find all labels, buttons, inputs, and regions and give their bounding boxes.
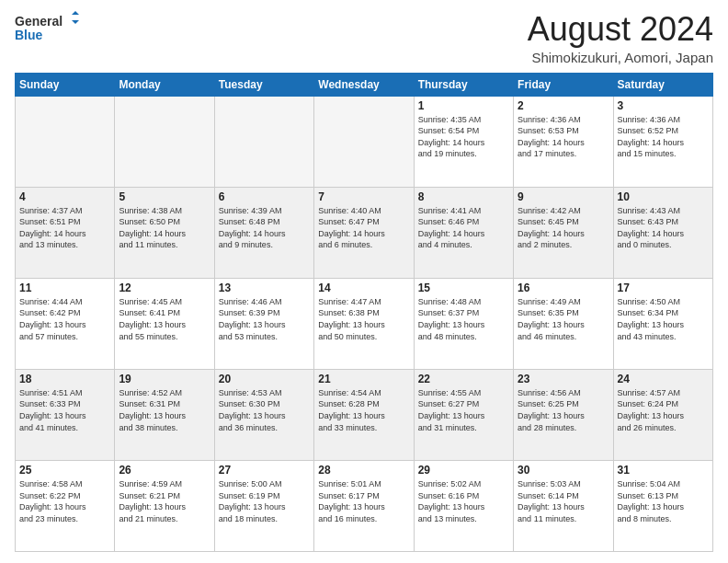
day-info: Sunrise: 4:37 AM Sunset: 6:51 PM Dayligh… bbox=[19, 205, 110, 251]
col-sunday: Sunday bbox=[16, 73, 115, 96]
day-info: Sunrise: 4:53 AM Sunset: 6:30 PM Dayligh… bbox=[219, 387, 310, 433]
day-number: 7 bbox=[318, 190, 409, 203]
table-row: 10Sunrise: 4:43 AM Sunset: 6:43 PM Dayli… bbox=[613, 187, 712, 278]
table-row: 12Sunrise: 4:45 AM Sunset: 6:41 PM Dayli… bbox=[115, 278, 214, 369]
day-number: 16 bbox=[518, 282, 609, 294]
calendar-header-row: Sunday Monday Tuesday Wednesday Thursday… bbox=[16, 73, 713, 96]
table-row: 27Sunrise: 5:00 AM Sunset: 6:19 PM Dayli… bbox=[214, 460, 313, 551]
table-row: 17Sunrise: 4:50 AM Sunset: 6:34 PM Dayli… bbox=[613, 278, 712, 369]
day-number: 28 bbox=[318, 464, 409, 477]
col-thursday: Thursday bbox=[414, 73, 513, 96]
table-row: 8Sunrise: 4:41 AM Sunset: 6:46 PM Daylig… bbox=[414, 187, 513, 278]
table-row: 11Sunrise: 4:44 AM Sunset: 6:42 PM Dayli… bbox=[16, 278, 115, 369]
day-info: Sunrise: 4:43 AM Sunset: 6:43 PM Dayligh… bbox=[618, 205, 709, 251]
day-info: Sunrise: 5:03 AM Sunset: 6:14 PM Dayligh… bbox=[518, 478, 609, 524]
table-row: 1Sunrise: 4:35 AM Sunset: 6:54 PM Daylig… bbox=[414, 96, 513, 187]
table-row: 16Sunrise: 4:49 AM Sunset: 6:35 PM Dayli… bbox=[514, 278, 613, 369]
svg-text:General: General bbox=[15, 14, 63, 29]
table-row: 6Sunrise: 4:39 AM Sunset: 6:48 PM Daylig… bbox=[214, 187, 313, 278]
table-row: 31Sunrise: 5:04 AM Sunset: 6:13 PM Dayli… bbox=[613, 460, 712, 551]
day-info: Sunrise: 4:50 AM Sunset: 6:34 PM Dayligh… bbox=[618, 296, 709, 342]
day-number: 13 bbox=[219, 282, 310, 294]
day-number: 22 bbox=[418, 373, 509, 385]
day-number: 30 bbox=[518, 464, 609, 477]
day-info: Sunrise: 4:44 AM Sunset: 6:42 PM Dayligh… bbox=[19, 296, 110, 342]
day-info: Sunrise: 4:49 AM Sunset: 6:35 PM Dayligh… bbox=[518, 296, 609, 342]
day-info: Sunrise: 4:46 AM Sunset: 6:39 PM Dayligh… bbox=[219, 296, 310, 342]
table-row: 18Sunrise: 4:51 AM Sunset: 6:33 PM Dayli… bbox=[16, 369, 115, 460]
day-number: 26 bbox=[119, 464, 210, 477]
table-row: 2Sunrise: 4:36 AM Sunset: 6:53 PM Daylig… bbox=[514, 96, 613, 187]
day-number: 5 bbox=[119, 190, 210, 203]
day-info: Sunrise: 4:39 AM Sunset: 6:48 PM Dayligh… bbox=[219, 205, 310, 251]
table-row: 25Sunrise: 4:58 AM Sunset: 6:22 PM Dayli… bbox=[16, 460, 115, 551]
day-info: Sunrise: 4:35 AM Sunset: 6:54 PM Dayligh… bbox=[418, 114, 509, 160]
day-info: Sunrise: 5:04 AM Sunset: 6:13 PM Dayligh… bbox=[618, 478, 709, 524]
svg-text:Blue: Blue bbox=[15, 28, 43, 42]
day-info: Sunrise: 4:42 AM Sunset: 6:45 PM Dayligh… bbox=[518, 205, 609, 251]
logo-svg: General Blue bbox=[15, 11, 79, 44]
day-info: Sunrise: 4:54 AM Sunset: 6:28 PM Dayligh… bbox=[318, 387, 409, 433]
col-saturday: Saturday bbox=[613, 73, 712, 96]
table-row bbox=[214, 96, 313, 187]
logo: General Blue bbox=[15, 11, 79, 44]
day-number: 14 bbox=[318, 282, 409, 294]
table-row: 23Sunrise: 4:56 AM Sunset: 6:25 PM Dayli… bbox=[514, 369, 613, 460]
day-number: 4 bbox=[19, 190, 110, 203]
day-number: 27 bbox=[219, 464, 310, 477]
day-number: 29 bbox=[418, 464, 509, 477]
calendar-week-row: 18Sunrise: 4:51 AM Sunset: 6:33 PM Dayli… bbox=[16, 369, 713, 460]
table-row: 30Sunrise: 5:03 AM Sunset: 6:14 PM Dayli… bbox=[514, 460, 613, 551]
day-number: 6 bbox=[219, 190, 310, 203]
day-info: Sunrise: 4:47 AM Sunset: 6:38 PM Dayligh… bbox=[318, 296, 409, 342]
day-number: 17 bbox=[618, 282, 709, 294]
day-info: Sunrise: 4:52 AM Sunset: 6:31 PM Dayligh… bbox=[119, 387, 210, 433]
col-friday: Friday bbox=[514, 73, 613, 96]
day-number: 15 bbox=[418, 282, 509, 294]
table-row: 26Sunrise: 4:59 AM Sunset: 6:21 PM Dayli… bbox=[115, 460, 214, 551]
calendar-table: Sunday Monday Tuesday Wednesday Thursday… bbox=[15, 73, 713, 552]
day-number: 9 bbox=[518, 190, 609, 203]
day-number: 18 bbox=[19, 373, 110, 385]
table-row: 22Sunrise: 4:55 AM Sunset: 6:27 PM Dayli… bbox=[414, 369, 513, 460]
day-info: Sunrise: 4:55 AM Sunset: 6:27 PM Dayligh… bbox=[418, 387, 509, 433]
calendar-week-row: 4Sunrise: 4:37 AM Sunset: 6:51 PM Daylig… bbox=[16, 187, 713, 278]
table-row: 15Sunrise: 4:48 AM Sunset: 6:37 PM Dayli… bbox=[414, 278, 513, 369]
table-row: 20Sunrise: 4:53 AM Sunset: 6:30 PM Dayli… bbox=[214, 369, 313, 460]
day-info: Sunrise: 4:48 AM Sunset: 6:37 PM Dayligh… bbox=[418, 296, 509, 342]
day-number: 2 bbox=[518, 99, 609, 112]
day-info: Sunrise: 5:00 AM Sunset: 6:19 PM Dayligh… bbox=[219, 478, 310, 524]
calendar-week-row: 25Sunrise: 4:58 AM Sunset: 6:22 PM Dayli… bbox=[16, 460, 713, 551]
table-row: 19Sunrise: 4:52 AM Sunset: 6:31 PM Dayli… bbox=[115, 369, 214, 460]
day-number: 25 bbox=[19, 464, 110, 477]
table-row: 28Sunrise: 5:01 AM Sunset: 6:17 PM Dayli… bbox=[314, 460, 414, 551]
day-info: Sunrise: 4:57 AM Sunset: 6:24 PM Dayligh… bbox=[618, 387, 709, 433]
day-number: 1 bbox=[418, 99, 509, 112]
day-info: Sunrise: 4:38 AM Sunset: 6:50 PM Dayligh… bbox=[119, 205, 210, 251]
day-number: 20 bbox=[219, 373, 310, 385]
calendar-week-row: 1Sunrise: 4:35 AM Sunset: 6:54 PM Daylig… bbox=[16, 96, 713, 187]
day-number: 19 bbox=[119, 373, 210, 385]
day-info: Sunrise: 4:59 AM Sunset: 6:21 PM Dayligh… bbox=[119, 478, 210, 524]
day-number: 12 bbox=[119, 282, 210, 294]
day-info: Sunrise: 4:45 AM Sunset: 6:41 PM Dayligh… bbox=[119, 296, 210, 342]
day-info: Sunrise: 4:58 AM Sunset: 6:22 PM Dayligh… bbox=[19, 478, 110, 524]
col-tuesday: Tuesday bbox=[214, 73, 313, 96]
day-info: Sunrise: 4:41 AM Sunset: 6:46 PM Dayligh… bbox=[418, 205, 509, 251]
table-row bbox=[16, 96, 115, 187]
svg-marker-2 bbox=[72, 11, 79, 15]
day-number: 21 bbox=[318, 373, 409, 385]
day-number: 3 bbox=[618, 99, 709, 112]
day-info: Sunrise: 4:51 AM Sunset: 6:33 PM Dayligh… bbox=[19, 387, 110, 433]
table-row: 29Sunrise: 5:02 AM Sunset: 6:16 PM Dayli… bbox=[414, 460, 513, 551]
day-number: 10 bbox=[618, 190, 709, 203]
page: General Blue August 2024 Shimokizukuri, … bbox=[0, 0, 728, 563]
day-info: Sunrise: 4:36 AM Sunset: 6:53 PM Dayligh… bbox=[518, 114, 609, 160]
table-row: 5Sunrise: 4:38 AM Sunset: 6:50 PM Daylig… bbox=[115, 187, 214, 278]
table-row: 9Sunrise: 4:42 AM Sunset: 6:45 PM Daylig… bbox=[514, 187, 613, 278]
table-row: 3Sunrise: 4:36 AM Sunset: 6:52 PM Daylig… bbox=[613, 96, 712, 187]
day-number: 31 bbox=[618, 464, 709, 477]
table-row: 24Sunrise: 4:57 AM Sunset: 6:24 PM Dayli… bbox=[613, 369, 712, 460]
table-row bbox=[115, 96, 214, 187]
day-info: Sunrise: 4:40 AM Sunset: 6:47 PM Dayligh… bbox=[318, 205, 409, 251]
